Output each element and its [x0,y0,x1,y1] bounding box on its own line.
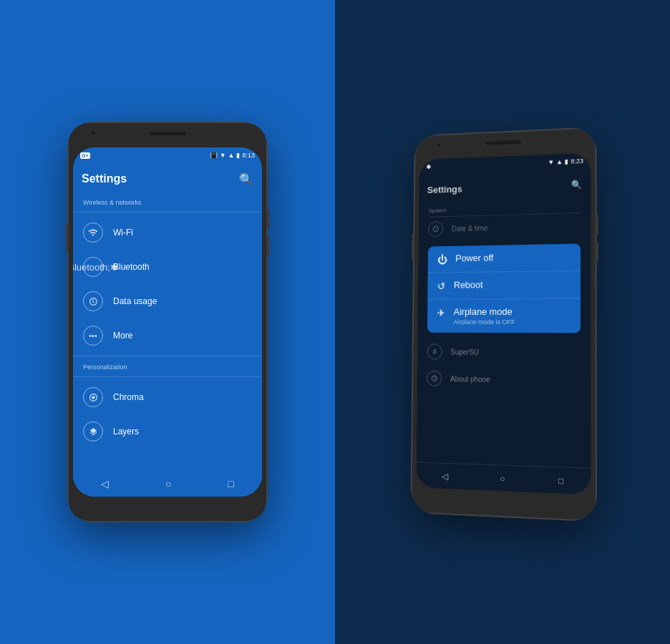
front-camera [90,130,96,136]
power-menu: ⏻ Power off ↺ Reboot ✈ [427,244,581,333]
back-button-left[interactable]: ◁ [101,478,109,489]
battery-right: ▮ [565,158,568,165]
status-right-icons-right: ▼ ▲ ▮ 8:23 [548,157,583,166]
layers-icon [83,421,103,441]
wifi-item[interactable]: Wi-Fi [73,215,262,250]
supersu-item[interactable]: # SuperSU [417,338,591,367]
phone-bottom-hardware-right [412,492,596,520]
bluetooth-status-icon: ✱ [426,163,432,170]
phone-right: ✱ ▼ ▲ ▮ 8:23 Settings 🔍 [410,127,597,522]
about-phone-item[interactable]: About phone [417,365,591,395]
layers-item[interactable]: Layers [73,414,262,449]
reboot-icon: ↺ [437,280,446,292]
signal-icon: ▲ [228,152,235,159]
settings-list-right: System Date & time ⏻ [417,200,591,468]
status-right-icons: 📳 ▼ ▲ ▮ 8:13 [210,152,255,159]
volume-up-button-right[interactable] [596,215,598,235]
divider-3 [73,376,262,377]
settings-list-left: Wireless & networks Wi-Fi Bluetooth; ✱ [73,195,262,471]
date-time-label: Date & time [452,224,488,233]
power-side-button-right[interactable] [412,233,414,261]
about-phone-label: About phone [450,375,490,384]
app-bar-left: Settings 🔍 [73,163,262,195]
back-button-right[interactable]: ◁ [442,471,448,481]
phone-screen-left: G+ 📳 ▼ ▲ ▮ 8:13 Settings 🔍 Wireless & ne… [73,147,262,497]
divider-1 [73,212,262,213]
signal-right: ▲ [556,158,563,165]
wifi-icon [83,223,103,243]
data-usage-icon [83,291,103,311]
phone-top-hardware [69,123,266,143]
vibrate-icon: 📳 [210,152,218,159]
phone-bottom-hardware-left [69,501,266,521]
more-icon: ••• [83,326,103,346]
app-bar-right: Settings 🔍 [419,169,591,205]
nav-bar-left: ◁ ○ □ [73,471,262,497]
power-off-content: Power off [455,253,493,264]
data-usage-item[interactable]: Data usage [73,284,262,318]
airplane-mode-item[interactable]: ✈ Airplane mode Airplane mode is OFF [427,298,581,333]
data-usage-label: Data usage [113,296,157,306]
status-left-icons: G+ [80,152,90,159]
more-label: More [113,331,132,341]
about-phone-icon [427,371,442,386]
phone-top-hardware-right [415,128,595,155]
wifi-signal-right: ▼ [548,159,554,166]
more-item[interactable]: ••• More [73,318,262,353]
time-display-right: 8:23 [571,157,583,165]
search-button-right[interactable]: 🔍 [571,180,582,190]
airplane-mode-content: Airplane mode Airplane mode is OFF [453,306,515,326]
time-display-left: 8:13 [242,152,255,159]
home-button-left[interactable]: ○ [165,478,171,489]
left-panel: G+ 📳 ▼ ▲ ▮ 8:13 Settings 🔍 Wireless & ne… [0,0,335,644]
reboot-item[interactable]: ↺ Reboot [427,271,581,300]
airplane-mode-subtitle: Airplane mode is OFF [453,318,515,326]
wifi-signal-icon: ▼ [220,152,226,159]
supersu-icon: # [427,343,442,359]
volume-down-button[interactable] [266,236,269,256]
personalization-section-header: Personalization [73,359,262,374]
volume-down-button-right[interactable] [596,242,598,262]
chroma-icon [83,387,103,407]
phone-left: G+ 📳 ▼ ▲ ▮ 8:13 Settings 🔍 Wireless & ne… [67,122,268,522]
phone-screen-right: ✱ ▼ ▲ ▮ 8:23 Settings 🔍 [416,153,591,495]
search-button-left[interactable]: 🔍 [239,172,253,186]
right-panel: ✱ ▼ ▲ ▮ 8:23 Settings 🔍 [335,0,670,644]
divider-2 [73,356,262,356]
google-plus-icon: G+ [80,152,90,159]
bluetooth-icon: Bluetooth; ✱ [83,257,103,277]
status-left-icons-right: ✱ [426,163,432,170]
reboot-content: Reboot [454,279,483,290]
volume-up-button[interactable] [266,209,269,229]
svg-point-0 [92,396,94,399]
home-button-right[interactable]: ○ [500,473,505,484]
phone-right-wrapper: ✱ ▼ ▲ ▮ 8:23 Settings 🔍 [410,127,597,522]
status-bar-left: G+ 📳 ▼ ▲ ▮ 8:13 [73,147,262,163]
airplane-mode-label: Airplane mode [454,306,515,317]
earpiece-speaker [150,132,185,135]
power-off-label: Power off [455,253,493,264]
battery-icon: ▮ [236,152,240,159]
layers-label: Layers [113,426,139,436]
settings-title-right: Settings [427,183,462,195]
front-camera-right [436,142,442,148]
power-off-icon: ⏻ [437,254,447,265]
power-side-button[interactable] [66,223,69,252]
wireless-section-header: Wireless & networks [73,195,262,209]
power-off-item[interactable]: ⏻ Power off [428,244,581,273]
nav-bar-right: ◁ ○ □ [416,462,591,494]
date-time-icon [428,221,443,237]
date-time-item[interactable]: Date & time [419,213,591,241]
bluetooth-label: Bluetooth [113,262,150,272]
bluetooth-item[interactable]: Bluetooth; ✱ Bluetooth [73,250,262,284]
recents-button-right[interactable]: □ [558,475,563,486]
chroma-item[interactable]: Chroma [73,380,262,414]
recents-button-left[interactable]: □ [228,478,233,489]
chroma-label: Chroma [113,392,144,402]
earpiece-speaker-right [486,140,521,145]
wifi-label: Wi-Fi [113,228,133,238]
settings-title-left: Settings [82,172,127,185]
reboot-label: Reboot [454,279,483,290]
supersu-label: SuperSU [450,348,479,356]
airplane-mode-icon: ✈ [437,307,445,318]
